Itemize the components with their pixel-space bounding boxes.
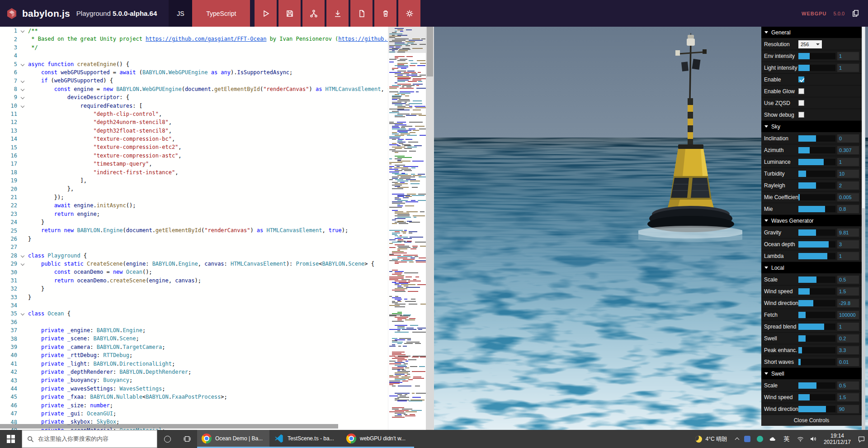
volume-icon[interactable]	[809, 435, 817, 443]
slider[interactable]	[798, 382, 835, 389]
value-input[interactable]: 0	[837, 134, 859, 143]
value-input[interactable]: 0.8	[837, 205, 859, 213]
slider[interactable]	[798, 347, 835, 353]
value-input[interactable]: 2	[837, 181, 859, 190]
fold-toggle-icon[interactable]	[17, 310, 28, 318]
slider[interactable]	[798, 53, 835, 59]
select[interactable]: 256	[798, 40, 822, 48]
fold-toggle-icon[interactable]	[17, 77, 28, 85]
value-input[interactable]: 0.01	[837, 358, 859, 366]
babylon-logo[interactable]: babylon.js	[0, 7, 76, 20]
slider[interactable]	[798, 135, 835, 142]
network-icon[interactable]	[797, 435, 804, 443]
taskbar-app-button[interactable]: TestScene.ts - ba...	[269, 430, 342, 448]
onedrive-cloud-icon[interactable]	[769, 435, 777, 443]
editor-vertical-scrollbar[interactable]	[426, 27, 434, 430]
weather-widget[interactable]: 4°C 晴朗	[692, 435, 730, 443]
fold-toggle-icon[interactable]	[17, 60, 28, 68]
editor-horizontal-scrollbar[interactable]	[0, 424, 338, 429]
fold-toggle-icon[interactable]	[17, 252, 28, 260]
slider[interactable]	[798, 300, 835, 306]
tab-js[interactable]: JS	[169, 0, 192, 27]
checkbox[interactable]	[798, 112, 804, 118]
gui-scrollbar[interactable]	[862, 27, 865, 430]
gui-scrollbar-thumb[interactable]	[862, 27, 865, 208]
code-editor[interactable]: 1/**2 * Based on the great Unity project…	[0, 27, 434, 430]
gui-section-header[interactable]: Local	[761, 262, 862, 274]
value-input[interactable]: 1	[837, 158, 859, 166]
slider[interactable]	[798, 171, 835, 177]
run-button[interactable]	[255, 0, 277, 27]
value-input[interactable]: 1	[837, 64, 859, 72]
value-input[interactable]: 100000	[837, 311, 859, 319]
tray-expand-icon[interactable]	[735, 438, 739, 442]
settings-button[interactable]	[398, 0, 420, 27]
slider[interactable]	[798, 394, 835, 400]
value-input[interactable]: 1.5	[837, 287, 859, 295]
minimap[interactable]	[388, 27, 426, 430]
minimap-slider[interactable]	[388, 27, 426, 53]
value-input[interactable]: 1.5	[837, 393, 859, 401]
gui-section-header[interactable]: Swell	[761, 368, 862, 380]
slider[interactable]	[798, 335, 835, 342]
checkbox[interactable]	[798, 100, 804, 106]
start-button[interactable]	[0, 430, 22, 448]
task-view-button[interactable]	[177, 430, 197, 448]
value-input[interactable]: 0.5	[837, 276, 859, 284]
input-language-indicator[interactable]: 英	[782, 435, 792, 443]
tab-typescript[interactable]: TypeScript	[192, 0, 250, 27]
slider[interactable]	[798, 147, 835, 153]
checkbox[interactable]	[798, 76, 804, 82]
taskbar-clock[interactable]: 19:14 2021/12/17	[822, 433, 853, 445]
fold-toggle-icon[interactable]	[17, 85, 28, 93]
close-controls-button[interactable]: Close Controls	[761, 415, 862, 426]
slider[interactable]	[798, 253, 835, 259]
slider[interactable]	[798, 65, 835, 71]
messaging-app-icon[interactable]	[756, 435, 764, 443]
clear-button[interactable]	[374, 0, 396, 27]
value-input[interactable]: 0.2	[837, 334, 859, 343]
value-input[interactable]: 3.3	[837, 346, 859, 354]
fold-toggle-icon[interactable]	[17, 27, 28, 35]
value-input[interactable]: 9.81	[837, 229, 859, 237]
value-input[interactable]: 0.5	[837, 381, 859, 390]
slider[interactable]	[798, 229, 835, 236]
scrollbar-thumb[interactable]	[427, 27, 433, 76]
fold-toggle-icon[interactable]	[17, 260, 28, 268]
value-input[interactable]: 90	[837, 405, 859, 413]
cortana-button[interactable]	[157, 430, 177, 448]
slider[interactable]	[798, 288, 835, 295]
value-input[interactable]: 1	[837, 52, 859, 60]
value-input[interactable]: 0.307	[837, 146, 859, 154]
taskbar-search-input[interactable]: 在这里输入你要搜索的内容	[22, 430, 157, 448]
checkbox[interactable]	[798, 88, 804, 94]
taskbar-app-button[interactable]: Ocean Demo | Ba...	[197, 430, 269, 448]
value-input[interactable]: 10	[837, 170, 859, 178]
copy-icon[interactable]	[851, 9, 860, 18]
slider[interactable]	[798, 406, 835, 412]
slider[interactable]	[798, 359, 835, 365]
slider[interactable]	[798, 276, 835, 283]
slider[interactable]	[798, 182, 835, 189]
gui-section-header[interactable]: Waves Generator	[761, 215, 862, 227]
fold-toggle-icon[interactable]	[17, 93, 28, 101]
inspector-button[interactable]	[302, 0, 325, 27]
slider[interactable]	[798, 159, 835, 165]
slider[interactable]	[798, 206, 835, 212]
value-input[interactable]: -29.8	[837, 299, 859, 307]
action-center-icon[interactable]	[858, 435, 865, 443]
value-input[interactable]: 0.005	[837, 193, 859, 201]
chat-app-icon[interactable]	[744, 435, 751, 443]
value-input[interactable]: 1	[837, 252, 859, 260]
gui-section-header[interactable]: General	[761, 27, 862, 38]
fold-toggle-icon[interactable]	[17, 102, 28, 110]
gui-section-header[interactable]: Sky	[761, 121, 862, 133]
save-button[interactable]	[278, 0, 301, 27]
value-input[interactable]: 1	[837, 323, 859, 331]
slider[interactable]	[798, 312, 835, 318]
value-input[interactable]: 3	[837, 240, 859, 248]
download-button[interactable]	[326, 0, 349, 27]
slider[interactable]	[798, 194, 835, 200]
slider[interactable]	[798, 241, 835, 248]
new-file-button[interactable]	[350, 0, 373, 27]
